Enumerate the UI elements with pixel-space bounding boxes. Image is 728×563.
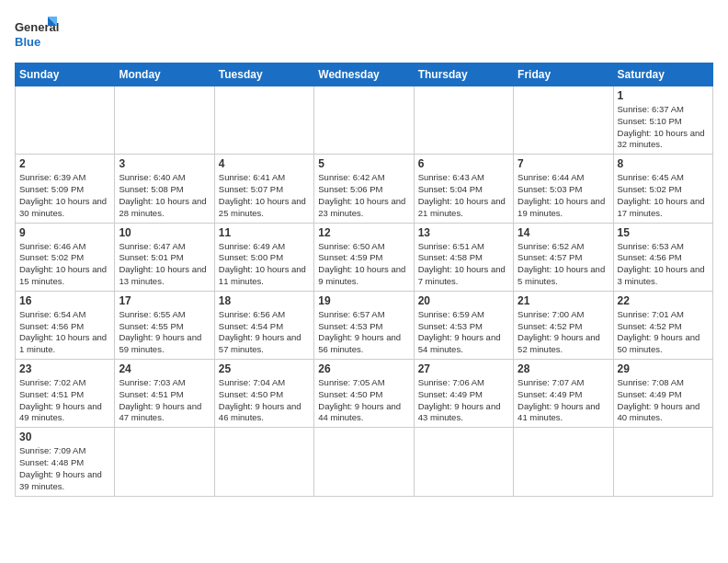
day-number: 10 <box>119 226 210 239</box>
calendar-cell <box>16 86 115 155</box>
calendar-cell <box>314 86 414 155</box>
day-number: 16 <box>19 294 110 307</box>
calendar-cell <box>414 428 513 496</box>
calendar-cell: 19Sunrise: 6:57 AM Sunset: 4:53 PM Dayli… <box>314 291 414 359</box>
day-number: 6 <box>418 157 509 170</box>
calendar-cell: 11Sunrise: 6:49 AM Sunset: 5:00 PM Dayli… <box>214 223 313 291</box>
weekday-header-wednesday: Wednesday <box>314 63 414 86</box>
day-number: 7 <box>518 157 609 170</box>
calendar-cell: 23Sunrise: 7:02 AM Sunset: 4:51 PM Dayli… <box>16 360 115 428</box>
day-info: Sunrise: 6:50 AM Sunset: 4:59 PM Dayligh… <box>318 241 409 288</box>
day-number: 13 <box>418 226 509 239</box>
day-info: Sunrise: 7:07 AM Sunset: 4:49 PM Dayligh… <box>518 377 609 424</box>
day-number: 1 <box>618 89 709 102</box>
calendar-cell: 9Sunrise: 6:46 AM Sunset: 5:02 PM Daylig… <box>16 223 115 291</box>
day-info: Sunrise: 6:41 AM Sunset: 5:07 PM Dayligh… <box>219 172 310 219</box>
day-number: 3 <box>119 157 210 170</box>
day-info: Sunrise: 6:57 AM Sunset: 4:53 PM Dayligh… <box>318 309 409 356</box>
calendar-cell <box>514 86 613 155</box>
day-info: Sunrise: 6:39 AM Sunset: 5:09 PM Dayligh… <box>19 172 110 219</box>
calendar-cell: 29Sunrise: 7:08 AM Sunset: 4:49 PM Dayli… <box>613 360 712 428</box>
calendar-cell: 14Sunrise: 6:52 AM Sunset: 4:57 PM Dayli… <box>514 223 613 291</box>
day-number: 11 <box>219 226 310 239</box>
calendar-cell: 22Sunrise: 7:01 AM Sunset: 4:52 PM Dayli… <box>613 291 712 359</box>
calendar-cell: 12Sunrise: 6:50 AM Sunset: 4:59 PM Dayli… <box>314 223 414 291</box>
day-number: 9 <box>19 226 110 239</box>
day-info: Sunrise: 7:04 AM Sunset: 4:50 PM Dayligh… <box>219 377 310 424</box>
day-info: Sunrise: 6:52 AM Sunset: 4:57 PM Dayligh… <box>518 241 609 288</box>
calendar-cell <box>414 86 513 155</box>
day-number: 20 <box>418 294 509 307</box>
calendar-cell <box>115 428 214 496</box>
calendar-cell: 17Sunrise: 6:55 AM Sunset: 4:55 PM Dayli… <box>115 291 214 359</box>
day-info: Sunrise: 6:45 AM Sunset: 5:02 PM Dayligh… <box>618 172 709 219</box>
day-info: Sunrise: 6:43 AM Sunset: 5:04 PM Dayligh… <box>418 172 509 219</box>
day-info: Sunrise: 6:37 AM Sunset: 5:10 PM Dayligh… <box>618 104 709 151</box>
day-info: Sunrise: 7:01 AM Sunset: 4:52 PM Dayligh… <box>618 309 709 356</box>
calendar-cell: 18Sunrise: 6:56 AM Sunset: 4:54 PM Dayli… <box>214 291 313 359</box>
calendar-cell: 26Sunrise: 7:05 AM Sunset: 4:50 PM Dayli… <box>314 360 414 428</box>
day-info: Sunrise: 6:42 AM Sunset: 5:06 PM Dayligh… <box>318 172 409 219</box>
calendar-cell: 4Sunrise: 6:41 AM Sunset: 5:07 PM Daylig… <box>214 155 313 223</box>
day-info: Sunrise: 6:49 AM Sunset: 5:00 PM Dayligh… <box>219 241 310 288</box>
day-number: 19 <box>318 294 409 307</box>
calendar-cell: 13Sunrise: 6:51 AM Sunset: 4:58 PM Dayli… <box>414 223 513 291</box>
week-row-4: 23Sunrise: 7:02 AM Sunset: 4:51 PM Dayli… <box>16 360 713 428</box>
calendar-cell <box>214 428 313 496</box>
calendar-cell: 7Sunrise: 6:44 AM Sunset: 5:03 PM Daylig… <box>514 155 613 223</box>
day-number: 25 <box>219 362 310 375</box>
weekday-header-friday: Friday <box>514 63 613 86</box>
day-number: 8 <box>618 157 709 170</box>
calendar-cell: 25Sunrise: 7:04 AM Sunset: 4:50 PM Dayli… <box>214 360 313 428</box>
day-number: 17 <box>119 294 210 307</box>
week-row-0: 1Sunrise: 6:37 AM Sunset: 5:10 PM Daylig… <box>16 86 713 155</box>
calendar-cell <box>514 428 613 496</box>
day-number: 18 <box>219 294 310 307</box>
page: General Blue SundayMondayTuesdayWednesda… <box>0 0 728 563</box>
day-number: 29 <box>618 362 709 375</box>
calendar-cell: 16Sunrise: 6:54 AM Sunset: 4:56 PM Dayli… <box>16 291 115 359</box>
day-info: Sunrise: 6:44 AM Sunset: 5:03 PM Dayligh… <box>518 172 609 219</box>
week-row-3: 16Sunrise: 6:54 AM Sunset: 4:56 PM Dayli… <box>16 291 713 359</box>
weekday-header-thursday: Thursday <box>414 63 513 86</box>
calendar-cell <box>314 428 414 496</box>
calendar-cell: 6Sunrise: 6:43 AM Sunset: 5:04 PM Daylig… <box>414 155 513 223</box>
day-number: 14 <box>518 226 609 239</box>
day-info: Sunrise: 6:54 AM Sunset: 4:56 PM Dayligh… <box>19 309 110 356</box>
day-info: Sunrise: 7:03 AM Sunset: 4:51 PM Dayligh… <box>119 377 210 424</box>
day-number: 21 <box>518 294 609 307</box>
day-number: 26 <box>318 362 409 375</box>
calendar-cell: 8Sunrise: 6:45 AM Sunset: 5:02 PM Daylig… <box>613 155 712 223</box>
calendar-cell: 27Sunrise: 7:06 AM Sunset: 4:49 PM Dayli… <box>414 360 513 428</box>
day-info: Sunrise: 6:59 AM Sunset: 4:53 PM Dayligh… <box>418 309 509 356</box>
day-number: 12 <box>318 226 409 239</box>
day-info: Sunrise: 7:05 AM Sunset: 4:50 PM Dayligh… <box>318 377 409 424</box>
day-number: 4 <box>219 157 310 170</box>
day-number: 2 <box>19 157 110 170</box>
day-number: 28 <box>518 362 609 375</box>
day-info: Sunrise: 7:08 AM Sunset: 4:49 PM Dayligh… <box>618 377 709 424</box>
day-info: Sunrise: 7:09 AM Sunset: 4:48 PM Dayligh… <box>19 445 110 492</box>
day-number: 24 <box>119 362 210 375</box>
day-info: Sunrise: 7:00 AM Sunset: 4:52 PM Dayligh… <box>518 309 609 356</box>
svg-text:Blue: Blue <box>15 35 40 49</box>
calendar-cell: 20Sunrise: 6:59 AM Sunset: 4:53 PM Dayli… <box>414 291 513 359</box>
day-info: Sunrise: 6:47 AM Sunset: 5:01 PM Dayligh… <box>119 241 210 288</box>
weekday-header-monday: Monday <box>115 63 214 86</box>
calendar-cell <box>214 86 313 155</box>
week-row-1: 2Sunrise: 6:39 AM Sunset: 5:09 PM Daylig… <box>16 155 713 223</box>
logo: General Blue <box>15 15 61 53</box>
calendar-cell: 28Sunrise: 7:07 AM Sunset: 4:49 PM Dayli… <box>514 360 613 428</box>
weekday-header-tuesday: Tuesday <box>214 63 313 86</box>
weekday-header-sunday: Sunday <box>16 63 115 86</box>
week-row-2: 9Sunrise: 6:46 AM Sunset: 5:02 PM Daylig… <box>16 223 713 291</box>
header: General Blue <box>15 15 713 53</box>
weekday-header-row: SundayMondayTuesdayWednesdayThursdayFrid… <box>16 63 713 86</box>
day-number: 15 <box>618 226 709 239</box>
calendar-cell: 10Sunrise: 6:47 AM Sunset: 5:01 PM Dayli… <box>115 223 214 291</box>
calendar-cell <box>613 428 712 496</box>
day-info: Sunrise: 6:46 AM Sunset: 5:02 PM Dayligh… <box>19 241 110 288</box>
logo-svg: General Blue <box>15 15 61 53</box>
calendar-cell <box>115 86 214 155</box>
day-info: Sunrise: 7:06 AM Sunset: 4:49 PM Dayligh… <box>418 377 509 424</box>
